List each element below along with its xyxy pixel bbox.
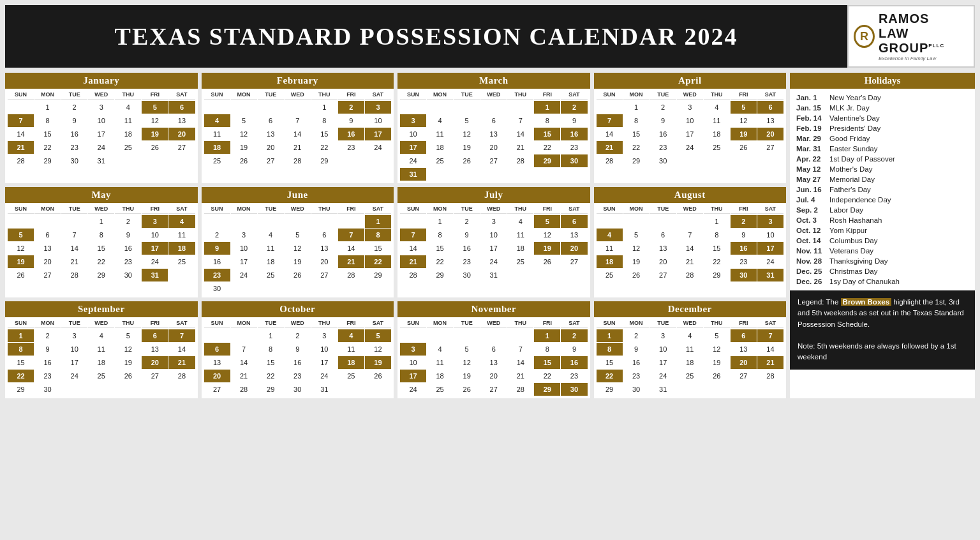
legend-highlight: Brown Boxes: [841, 298, 892, 306]
cal-day: 14: [597, 128, 623, 140]
legend-box: Legend: The Brown Boxes highlight the 1s…: [790, 290, 975, 370]
cal-day: 19: [731, 128, 757, 140]
cal-day: 7: [8, 114, 34, 127]
dow-header: WED: [677, 319, 703, 328]
month-header-april: April: [594, 73, 787, 89]
dow-header: SUN: [8, 90, 34, 100]
cal-day-empty: [231, 329, 257, 342]
dow-header: SUN: [597, 319, 623, 328]
cal-day: 16: [34, 356, 61, 369]
cal-day: 13: [204, 356, 230, 369]
dow-header: SUN: [204, 90, 230, 100]
cal-day: 10: [400, 356, 426, 369]
cal-day: 8: [34, 114, 61, 127]
dow-header: WED: [480, 90, 507, 100]
cal-day: 30: [731, 269, 757, 281]
cal-day: 10: [311, 343, 338, 356]
cal-day: 27: [480, 154, 507, 167]
cal-day: 19: [231, 141, 257, 154]
cal-day: 15: [365, 242, 391, 255]
cal-day: 22: [34, 141, 61, 154]
dow-header: SAT: [561, 90, 587, 100]
cal-day: 14: [677, 242, 703, 255]
cal-day: 19: [704, 356, 730, 369]
cal-day: 4: [258, 229, 284, 241]
cal-day: 27: [258, 154, 284, 167]
logo-tagline: Excellence In Family Law: [879, 56, 969, 61]
holidays-header: Holidays: [790, 73, 975, 89]
dow-header: MON: [427, 90, 453, 100]
cal-day: 21: [507, 141, 533, 154]
month-may: MaySUNMONTUEWEDTHUFRISAT1234567891011121…: [5, 187, 198, 297]
cal-day: 12: [285, 242, 311, 255]
cal-day: 25: [507, 255, 533, 268]
cal-day: 7: [338, 229, 364, 241]
dow-header: THU: [704, 319, 730, 328]
cal-day: 21: [677, 255, 703, 268]
cal-day: 24: [480, 255, 507, 268]
month-september: SeptemberSUNMONTUEWEDTHUFRISAT1234567891…: [5, 301, 198, 398]
cal-day: 22: [597, 370, 623, 382]
month-header-november: November: [397, 301, 590, 317]
cal-day: 28: [757, 370, 783, 382]
cal-day-empty: [231, 215, 257, 228]
cal-day-empty: [597, 215, 623, 228]
cal-day: 24: [400, 383, 426, 396]
holiday-row: Feb. 19Presidents' Day: [796, 123, 969, 133]
cal-day-empty: [285, 215, 311, 228]
dow-header: THU: [704, 204, 730, 214]
cal-day: 13: [561, 229, 587, 241]
cal-day: 27: [757, 141, 783, 154]
cal-day: 14: [400, 242, 426, 255]
cal-day: 5: [623, 229, 650, 241]
holiday-row: Oct. 3Rosh Hashanah: [796, 215, 969, 225]
cal-day: 18: [677, 356, 703, 369]
cal-day: 3: [400, 114, 426, 127]
cal-day: 31: [400, 168, 426, 181]
dow-header: FRI: [731, 319, 757, 328]
cal-day: 27: [34, 269, 61, 281]
dow-header: WED: [677, 204, 703, 214]
cal-day: 19: [8, 255, 34, 268]
dow-header: THU: [311, 90, 338, 100]
cal-day: 1: [534, 101, 560, 114]
dow-header: SAT: [168, 204, 195, 214]
cal-day: 25: [427, 154, 453, 167]
dow-header: THU: [507, 319, 533, 328]
cal-day: 24: [231, 269, 257, 281]
cal-day-empty: [597, 101, 623, 114]
logo-icon: R: [854, 25, 875, 48]
cal-day: 5: [454, 114, 480, 127]
cal-day: 8: [534, 114, 560, 127]
dow-header: SAT: [561, 204, 587, 214]
holiday-date: Nov. 11: [796, 247, 824, 255]
cal-day: 30: [561, 154, 587, 167]
cal-day: 2: [34, 329, 61, 342]
cal-day: 2: [454, 215, 480, 228]
cal-day: 22: [88, 255, 114, 268]
cal-day-empty: [204, 329, 230, 342]
cal-day-empty: [285, 101, 311, 114]
cal-day-empty: [427, 329, 453, 342]
cal-day: 12: [704, 343, 730, 356]
cal-day: 8: [88, 229, 114, 241]
dow-header: WED: [480, 319, 507, 328]
cal-day: 11: [704, 114, 730, 127]
cal-day: 30: [115, 269, 141, 281]
dow-header: THU: [115, 319, 141, 328]
cal-day: 16: [650, 128, 676, 140]
cal-day: 25: [115, 141, 141, 154]
cal-day: 26: [142, 141, 168, 154]
holiday-date: Mar. 31: [796, 145, 824, 153]
cal-day: 11: [427, 356, 453, 369]
cal-day: 17: [88, 128, 114, 140]
cal-day: 17: [311, 356, 338, 369]
dow-header: THU: [115, 90, 141, 100]
cal-day: 16: [338, 128, 364, 140]
cal-day: 6: [311, 229, 338, 241]
month-july: JulySUNMONTUEWEDTHUFRISAT123456789101112…: [397, 187, 590, 297]
cal-day: 13: [757, 114, 783, 127]
holiday-name: Labor Day: [829, 206, 863, 214]
cal-day: 17: [400, 370, 426, 382]
cal-day: 9: [561, 114, 587, 127]
